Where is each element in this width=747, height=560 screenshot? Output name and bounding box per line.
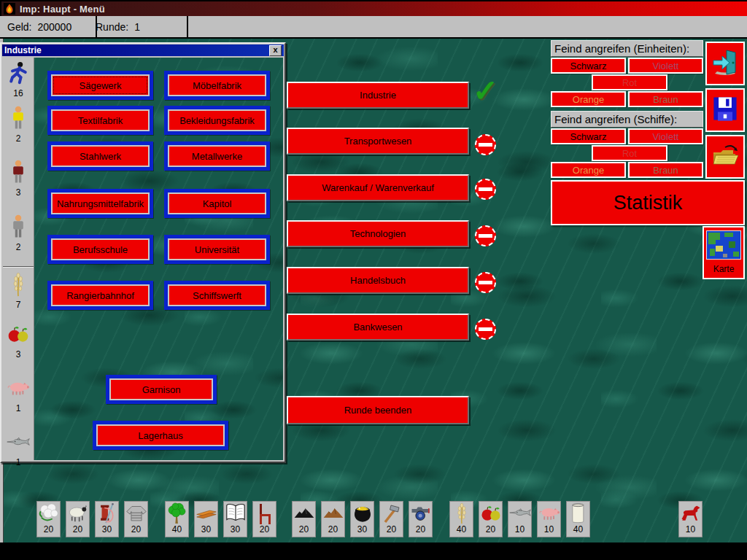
person-yellow-icon xyxy=(7,104,30,131)
shark-icon xyxy=(7,428,30,454)
building-button-metallwerke[interactable]: Metallwerke xyxy=(164,141,270,171)
resource-tile[interactable]: 20 xyxy=(379,501,403,537)
attack-units-violett[interactable]: Violett xyxy=(628,58,703,74)
menu-item-warenkauf[interactable]: Warenkauf / Warenverkauf xyxy=(287,174,469,201)
building-button-textilfabrik[interactable]: Textilfabrik xyxy=(47,106,153,135)
resource-tile[interactable]: 20 xyxy=(409,501,433,537)
sidebar-count: 16 xyxy=(13,88,23,98)
resource-tile[interactable]: 20 xyxy=(252,501,276,537)
attack-units-schwarz[interactable]: Schwarz xyxy=(551,58,626,74)
window-titlebar[interactable]: Industrie x xyxy=(2,44,284,56)
load-folder-icon xyxy=(711,141,740,173)
building-button-garnison[interactable]: Garnison xyxy=(106,375,217,404)
sidebar-count-item: 1 xyxy=(3,374,34,413)
attack-units-braun[interactable]: Braun xyxy=(628,91,703,107)
check-icon: ✓ xyxy=(473,76,498,106)
wheat-icon xyxy=(451,502,473,524)
app-title: Imp: Haupt - Menü xyxy=(20,4,105,15)
menu-item-transportwesen[interactable]: Transportwesen xyxy=(287,128,469,155)
building-button-nahrungsmittelfabrik[interactable]: Nahrungsmittelfabrik xyxy=(47,189,153,218)
building-button-moebelfabrik[interactable]: Möbelfabrik xyxy=(164,71,270,100)
attack-ships-braun[interactable]: Braun xyxy=(628,162,703,178)
exit-button[interactable] xyxy=(705,42,745,85)
resource-tile[interactable]: 30 xyxy=(350,501,374,537)
tree-icon xyxy=(166,502,188,524)
resource-count: 30 xyxy=(102,524,112,534)
resource-tile[interactable]: 10 xyxy=(678,501,703,537)
resource-count: 20 xyxy=(44,524,53,534)
sidebar-count-item: 2 xyxy=(3,213,34,252)
building-button-saegewerk[interactable]: Sägewerk xyxy=(47,71,153,100)
ore-icon xyxy=(322,502,344,524)
resource-tile[interactable]: 10 xyxy=(537,501,561,537)
resource-tile[interactable]: 30 xyxy=(95,501,119,537)
building-button-stahlwerk[interactable]: Stahlwerk xyxy=(47,141,153,171)
resource-tile[interactable]: 40 xyxy=(449,501,473,537)
sidebar-count: 1 xyxy=(16,403,21,413)
attack-ships-rot[interactable]: Rot xyxy=(592,145,667,161)
building-button-berufsschule[interactable]: Berufsschule xyxy=(47,235,153,264)
resource-tile[interactable]: 10 xyxy=(508,501,532,537)
map-button[interactable]: Karte xyxy=(703,226,745,279)
map-thumb-icon xyxy=(706,230,741,260)
hammer-icon xyxy=(381,502,403,524)
resource-tile[interactable]: 20 xyxy=(321,501,345,537)
window-client-area: Sägewerk Möbelfabrik Textilfabrik Beklei… xyxy=(34,58,283,460)
attack-units-orange[interactable]: Orange xyxy=(551,91,626,107)
money-cell: Geld: 200000 xyxy=(0,16,97,37)
load-button[interactable] xyxy=(705,135,745,179)
save-button[interactable] xyxy=(705,88,745,132)
population-sidebar: 162327311 xyxy=(3,58,34,460)
sidebar-count-item: 3 xyxy=(3,320,34,359)
menu-item-industrie[interactable]: Industrie xyxy=(287,82,469,109)
resource-tile[interactable]: 20 xyxy=(292,501,316,537)
window-title: Industrie xyxy=(4,45,42,55)
resource-tile[interactable]: 20 xyxy=(36,501,61,537)
resource-tile[interactable]: 40 xyxy=(566,501,590,537)
resource-group: 2020302020 xyxy=(292,501,433,537)
sidebar-count: 3 xyxy=(16,349,21,359)
resource-group: 20203020 xyxy=(36,501,148,537)
no-entry-icon xyxy=(475,319,496,340)
round-cell: Runde: 1 xyxy=(90,16,188,37)
resource-count: 20 xyxy=(486,524,495,534)
shark-icon xyxy=(509,502,531,524)
attack-ships-violett[interactable]: Violett xyxy=(628,128,703,144)
building-button-kapitol[interactable]: Kapitol xyxy=(164,189,270,218)
resource-tile[interactable]: 20 xyxy=(124,501,148,537)
sidebar-count: 7 xyxy=(16,300,21,310)
bottom-black-strip xyxy=(0,542,747,560)
resource-tile[interactable]: 20 xyxy=(479,501,503,537)
resource-tile[interactable]: 30 xyxy=(223,501,247,537)
menu-item-technologien[interactable]: Technologien xyxy=(287,220,469,247)
person-red-icon xyxy=(7,158,30,184)
no-entry-icon xyxy=(475,134,496,155)
coal-icon xyxy=(293,502,315,524)
statistik-button[interactable]: Statistik xyxy=(551,180,745,225)
sidebar-count: 1 xyxy=(16,457,21,467)
resource-count: 20 xyxy=(416,524,425,534)
app-titlebar: Imp: Haupt - Menü xyxy=(1,1,747,16)
attack-ships-schwarz[interactable]: Schwarz xyxy=(551,128,626,144)
menu-item-handelsbuch[interactable]: Handelsbuch xyxy=(287,267,469,294)
attack-units-rot[interactable]: Rot xyxy=(592,74,667,90)
resource-tile[interactable]: 40 xyxy=(165,501,189,537)
money-label: Geld: xyxy=(7,21,31,33)
sidebar-divider xyxy=(3,266,34,268)
resource-count: 20 xyxy=(131,524,141,534)
building-button-rangierbahnhof[interactable]: Rangierbahnhof xyxy=(47,281,153,310)
resource-tile[interactable]: 20 xyxy=(66,501,90,537)
close-icon[interactable]: x xyxy=(269,45,282,56)
menu-item-bankwesen[interactable]: Bankwesen xyxy=(287,314,469,341)
thread-icon xyxy=(96,502,118,524)
building-button-universitaet[interactable]: Universität xyxy=(164,235,270,264)
building-button-schiffswerft[interactable]: Schiffswerft xyxy=(164,281,270,310)
chair-icon xyxy=(254,502,276,524)
resource-tile[interactable]: 30 xyxy=(194,501,218,537)
industrie-window: Industrie x 162327311 Sägewerk Möbelfabr… xyxy=(0,42,286,463)
sidebar-count-item: 7 xyxy=(3,271,34,310)
attack-ships-orange[interactable]: Orange xyxy=(551,162,626,178)
building-button-bekleidungsfabrik[interactable]: Bekleidungsfabrik xyxy=(164,106,270,135)
end-turn-button[interactable]: Runde beenden xyxy=(287,396,469,424)
building-button-lagerhaus[interactable]: Lagerhaus xyxy=(93,421,228,450)
